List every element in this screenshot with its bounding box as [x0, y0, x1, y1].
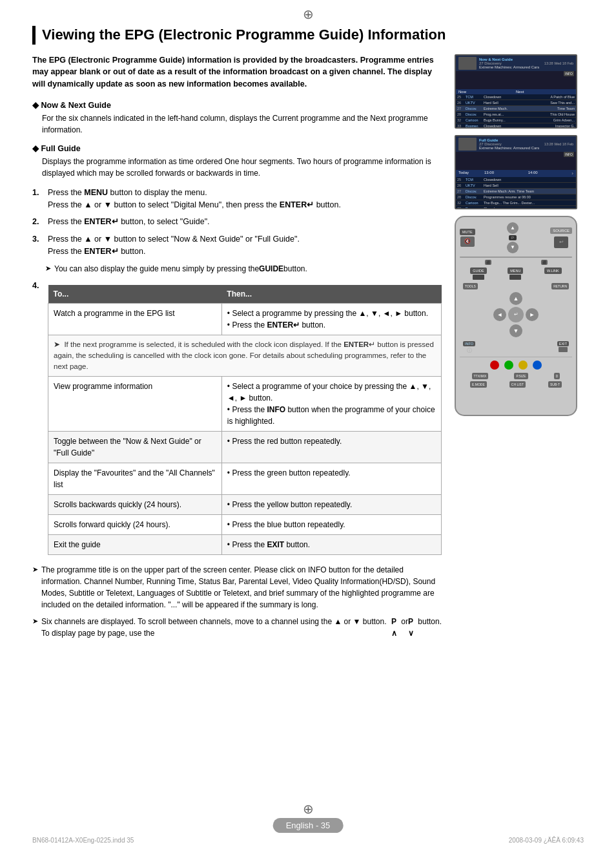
step-4-num: 4.: [32, 280, 43, 556]
blue-button[interactable]: [533, 361, 542, 370]
now-next-guide-screen: Now & Next Guide 27 Discovery Extreme Ma…: [455, 54, 577, 129]
step-1-content: Press the MENU button to display the men…: [48, 187, 442, 211]
footer-badge: English - 35: [273, 818, 344, 833]
table-cell-instruction: • Select a programme of your choice by p…: [221, 377, 441, 432]
table-col1-header: To...: [48, 285, 222, 304]
table-note-cell: ➤ If the next programme is selected, it …: [48, 335, 442, 377]
bottom-notes: The programme title is on the upper part…: [32, 564, 442, 639]
input-icon: ↩: [554, 236, 568, 248]
tools-button[interactable]: TOOLS: [463, 283, 478, 289]
table-row: Toggle between the "Now & Next Guide" or…: [48, 432, 442, 463]
dpad-up[interactable]: ▲: [509, 292, 522, 305]
bullet-full-guide-body: Displays the programme information as ti…: [42, 156, 442, 179]
remote-divider-2: [460, 357, 572, 357]
wlink-button[interactable]: W.LINK: [544, 267, 562, 274]
menu-button[interactable]: MENU: [508, 267, 523, 274]
epg-table: To... Then... Watch a programme in the E…: [48, 285, 442, 556]
compass-bottom-icon: ⊕: [303, 801, 314, 817]
bullet-full-guide: Full Guide Displays the programme inform…: [32, 143, 442, 179]
psize-button[interactable]: P.SIZE: [514, 373, 528, 379]
intro-text: The EPG (Electronic Programme Guide) inf…: [32, 54, 442, 90]
table-row: Exit the guide • Press the EXIT button.: [48, 535, 442, 555]
bullet-now-next-title: Now & Next Guide: [32, 100, 442, 110]
table-row: Watch a programme in the EPG list • Sele…: [48, 303, 442, 335]
subt-button[interactable]: SUB-T: [548, 381, 562, 388]
exit-button[interactable]: EXIT: [557, 341, 569, 346]
table-cell-action: Display the "Favourites" and the "All Ch…: [48, 463, 222, 495]
table-cell-action: Exit the guide: [48, 535, 222, 555]
source-button[interactable]: SOURCE: [550, 227, 572, 234]
step-2-content: Press the ENTER↵ button, to select "Guid…: [48, 216, 442, 228]
table-row: Scrolls backwards quickly (24 hours). • …: [48, 495, 442, 515]
channel-up-button[interactable]: ▲: [507, 222, 518, 234]
table-cell-instruction: • Press the blue button repeatedly.: [221, 515, 441, 535]
green-button[interactable]: [504, 361, 513, 370]
dpad-right[interactable]: ►: [526, 308, 539, 321]
step-3: 3. Press the ▲ or ▼ button to select "No…: [32, 233, 442, 258]
red-button[interactable]: [490, 361, 499, 370]
table-cell-instruction: • Press the EXIT button.: [221, 535, 441, 555]
full-guide-screen: Full Guide 27 Discovery Extreme Machines…: [455, 135, 577, 209]
guide-icon: [473, 275, 484, 280]
remote-divider: [460, 257, 572, 258]
table-row: View programme information • Select a pr…: [48, 377, 442, 432]
step-1: 1. Press the MENU button to display the …: [32, 187, 442, 211]
info-icon: ⓘ: [467, 347, 472, 354]
p-label: P: [509, 235, 517, 240]
tools-icon: ⬛: [541, 260, 548, 265]
menu-icon: [509, 275, 521, 280]
step-1-num: 1.: [32, 187, 43, 211]
bullet-now-next-body: For the six channels indicated in the le…: [42, 112, 442, 136]
mute-button[interactable]: MUTE: [460, 229, 475, 235]
step-4: 4. To... Then...: [32, 280, 442, 556]
steps-section: 1. Press the MENU button to display the …: [32, 187, 442, 556]
bottom-note-1: The programme title is on the upper part…: [32, 564, 442, 611]
speaker-icon: 🔇: [460, 236, 475, 247]
table-cell-instruction: • Press the green button repeatedly.: [221, 463, 441, 495]
table-cell-instruction: • Select a programme by pressing the ▲, …: [221, 303, 441, 335]
yellow-button[interactable]: [518, 361, 528, 370]
dpad-down[interactable]: ▼: [509, 324, 522, 337]
table-cell-instruction: • Press the yellow button repeatedly.: [221, 495, 441, 515]
channel-down-button[interactable]: ▼: [507, 242, 518, 253]
bottom-note-2: Six channels are displayed. To scroll be…: [32, 616, 442, 639]
footer-date: 2008-03-09 ¿ÄÊÄ 6:09:43: [509, 837, 584, 844]
page-container: ⊕ Viewing the EPG (Electronic Programme …: [0, 0, 616, 849]
ttxmix-button[interactable]: TTX/MIX: [472, 373, 489, 379]
step-2: 2. Press the ENTER↵ button, to select "G…: [32, 216, 442, 228]
dpad-left[interactable]: ◄: [493, 308, 506, 321]
return-button[interactable]: RETURN: [551, 283, 569, 289]
enter-button[interactable]: ↵: [508, 307, 524, 322]
compass-top-icon: ⊕: [303, 6, 314, 22]
table-cell-action: Scrolls backwards quickly (24 hours).: [48, 495, 222, 515]
table-cell-action: View programme information: [48, 377, 222, 432]
bullet-now-next: Now & Next Guide For the six channels in…: [32, 100, 442, 136]
guide-button[interactable]: GUIDE: [470, 267, 486, 274]
emode-button[interactable]: E.MODE: [470, 381, 487, 388]
table-note-row: ➤ If the next programme is selected, it …: [48, 335, 442, 377]
table-cell-action: Scrolls forward quickly (24 hours).: [48, 515, 222, 535]
remote-control: MUTE 🔇 ▲ P ▼ SOURCE ↩: [455, 216, 577, 416]
step-4-content: To... Then... Watch a programme in the E…: [48, 280, 442, 556]
digit-icon: ⬛: [485, 260, 491, 265]
footer-file: BN68-01412A-X0Eng-0225.indd 35: [32, 837, 134, 844]
step-3-content: Press the ▲ or ▼ button to select "Now &…: [48, 233, 442, 258]
table-cell-action: Toggle between the "Now & Next Guide" or…: [48, 432, 222, 463]
right-column: Now & Next Guide 27 Discovery Extreme Ma…: [455, 54, 584, 645]
page-title: Viewing the EPG (Electronic Programme Gu…: [32, 26, 584, 45]
step-3-note: You can also display the guide menu simp…: [45, 263, 442, 275]
table-row: Scrolls forward quickly (24 hours). • Pr…: [48, 515, 442, 535]
bullet-full-guide-title: Full Guide: [32, 143, 442, 153]
step-3-num: 3.: [32, 233, 43, 258]
table-cell-instruction: • Press the red button repeatedly.: [221, 432, 441, 463]
chlist-button[interactable]: CH LIST: [509, 381, 526, 388]
table-row: Display the "Favourites" and the "All Ch…: [48, 463, 442, 495]
step-2-num: 2.: [32, 216, 43, 228]
exit-icon: [559, 347, 568, 352]
table-cell-action: Watch a programme in the EPG list: [48, 303, 222, 335]
left-column: The EPG (Electronic Programme Guide) inf…: [32, 54, 442, 645]
main-layout: The EPG (Electronic Programme Guide) inf…: [32, 54, 584, 645]
table-col2-header: Then...: [221, 285, 441, 304]
d-button[interactable]: D: [554, 373, 560, 379]
info-button[interactable]: INFO: [463, 341, 475, 346]
